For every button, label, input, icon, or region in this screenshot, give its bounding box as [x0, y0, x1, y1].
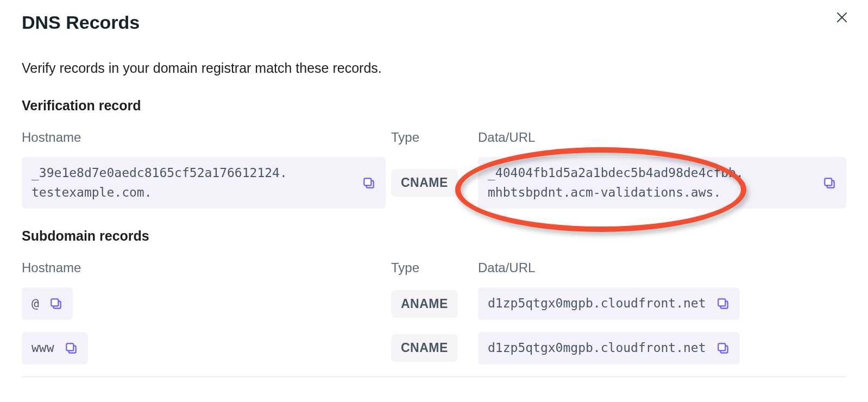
verification-record-row: _39e1e8d7e0aedc8165cf52a176612124. teste…: [22, 157, 846, 209]
subdomain-type-cell: CNAME: [391, 334, 473, 362]
verification-hostname-pill: _39e1e8d7e0aedc8165cf52a176612124. teste…: [22, 157, 386, 209]
col-header-hostname: Hostname: [22, 260, 386, 275]
subdomain-record-row: @ ANAME d1zp5qtgx0mgpb.cloudfront.net: [22, 287, 846, 320]
subdomain-hostname-pill: www: [22, 332, 88, 365]
svg-rect-11: [66, 343, 73, 350]
col-header-data: Data/URL: [478, 260, 846, 275]
subdomain-type-badge: CNAME: [391, 334, 458, 362]
copy-icon[interactable]: [362, 176, 376, 190]
verification-data-cell: _40404fb1d5a2a1bdec5b4ad98de4cfbb. mhbts…: [478, 157, 846, 209]
verification-data-value: _40404fb1d5a2a1bdec5b4ad98de4cfbb. mhbts…: [488, 164, 744, 202]
copy-icon[interactable]: [49, 297, 63, 311]
verification-type-badge: CNAME: [391, 169, 458, 197]
col-header-type: Type: [391, 260, 473, 275]
svg-rect-9: [718, 299, 725, 306]
subdomain-header-row: Hostname Type Data/URL: [22, 260, 846, 275]
close-icon: [836, 12, 847, 23]
subdomain-type-cell: ANAME: [391, 290, 473, 318]
subdomain-data-cell: d1zp5qtgx0mgpb.cloudfront.net: [478, 287, 846, 320]
subdomain-hostname-cell: @: [22, 287, 386, 320]
page-title: DNS Records: [22, 12, 846, 33]
subdomain-data-cell: d1zp5qtgx0mgpb.cloudfront.net: [478, 332, 846, 365]
subdomain-type-badge: ANAME: [391, 290, 458, 318]
subdomain-data-pill: d1zp5qtgx0mgpb.cloudfront.net: [478, 332, 740, 365]
subdomain-section-header: Subdomain records: [22, 228, 846, 244]
subdomain-table: Hostname Type Data/URL @ ANAME d1zp5qtgx…: [22, 260, 846, 364]
subdomain-hostname-cell: www: [22, 332, 386, 365]
verification-type-cell: CNAME: [391, 169, 473, 197]
col-header-data: Data/URL: [478, 130, 846, 145]
verification-header-row: Hostname Type Data/URL: [22, 130, 846, 145]
svg-rect-3: [364, 178, 371, 185]
subdomain-data-pill: d1zp5qtgx0mgpb.cloudfront.net: [478, 287, 740, 320]
svg-rect-7: [51, 299, 58, 306]
subdomain-data-value: d1zp5qtgx0mgpb.cloudfront.net: [488, 338, 706, 358]
copy-icon[interactable]: [716, 297, 730, 311]
verification-hostname-cell: _39e1e8d7e0aedc8165cf52a176612124. teste…: [22, 157, 386, 209]
col-header-hostname: Hostname: [22, 130, 386, 145]
subdomain-hostname-value: @: [32, 294, 39, 313]
copy-icon[interactable]: [64, 341, 78, 355]
subdomain-data-value: d1zp5qtgx0mgpb.cloudfront.net: [488, 294, 706, 313]
bottom-divider: [22, 376, 846, 377]
copy-icon[interactable]: [716, 341, 730, 355]
svg-rect-13: [718, 343, 725, 350]
subdomain-record-row: www CNAME d1zp5qtgx0mgpb.cloudfront.net: [22, 332, 846, 365]
verification-hostname-value: _39e1e8d7e0aedc8165cf52a176612124. teste…: [32, 164, 287, 202]
verification-table: Hostname Type Data/URL _39e1e8d7e0aedc81…: [22, 130, 846, 209]
copy-icon[interactable]: [822, 176, 836, 190]
verification-section-header: Verification record: [22, 98, 846, 114]
verification-data-pill: _40404fb1d5a2a1bdec5b4ad98de4cfbb. mhbts…: [478, 157, 846, 209]
instruction-text: Verify records in your domain registrar …: [22, 60, 846, 76]
subdomain-hostname-pill: @: [22, 287, 73, 320]
subdomain-hostname-value: www: [32, 338, 54, 358]
close-button[interactable]: [834, 10, 850, 25]
col-header-type: Type: [391, 130, 473, 145]
svg-rect-5: [825, 178, 832, 185]
